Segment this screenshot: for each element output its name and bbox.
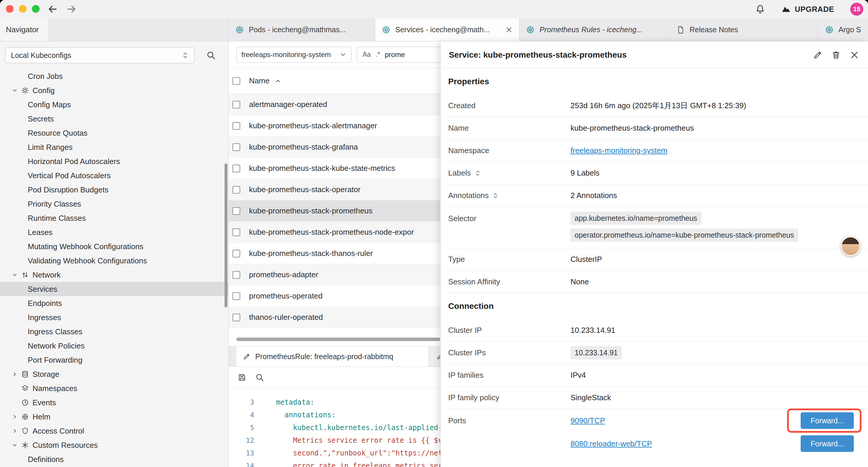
port-link[interactable]: 8080:reloader-web/TCP [570, 439, 652, 448]
port-link[interactable]: 9090/TCP [570, 416, 605, 425]
namespace-select[interactable]: freeleaps-monitoring-system [236, 47, 351, 63]
detail-label: Name [448, 123, 570, 133]
sidebar-item-helm[interactable]: Helm [0, 410, 228, 424]
window-close-button[interactable] [6, 5, 13, 13]
tab-label: Release Notes [689, 25, 812, 34]
tab-release-notes[interactable]: Release Notes [670, 18, 818, 41]
sidebar-item-label: Network Policies [28, 341, 85, 351]
detail-value: 2 Annotations [570, 191, 868, 200]
network-icon [21, 271, 29, 279]
search-icon[interactable] [206, 51, 216, 60]
sidebar-item-definitions[interactable]: Definitions [0, 452, 228, 466]
forward-icon[interactable] [66, 4, 77, 14]
sidebar-item-label: Ingress Classes [28, 327, 83, 337]
select-all-checkbox[interactable] [232, 77, 240, 85]
tab-label: Argo S [838, 25, 862, 34]
forward-button[interactable]: Forward... [801, 412, 854, 429]
row-checkbox[interactable] [232, 271, 240, 279]
sidebar-item-label: Helm [32, 412, 51, 421]
sidebar-item-config-maps[interactable]: Config Maps [0, 97, 228, 112]
service-name: kube-prometheus-stack-kube-state-metrics [249, 164, 395, 173]
sidebar-item-priority-classes[interactable]: Priority Classes [0, 197, 228, 211]
navigator-panel-tab[interactable]: Navigator [0, 18, 49, 41]
notification-count-badge[interactable]: 15 [850, 3, 863, 16]
detail-label: IP family policy [448, 393, 570, 402]
sidebar-item-limit-ranges[interactable]: Limit Ranges [0, 140, 228, 154]
sidebar-item-validating-webhook-configurations[interactable]: Validating Webhook Configurations [0, 254, 228, 268]
sidebar-item-network-policies[interactable]: Network Policies [0, 339, 228, 353]
match-case-toggle[interactable]: Aa [363, 51, 371, 59]
row-checkbox[interactable] [232, 207, 240, 215]
save-icon[interactable] [238, 373, 246, 382]
window-zoom-button[interactable] [32, 5, 39, 13]
sidebar-item-pod-disruption-budgets[interactable]: Pod Disruption Budgets [0, 183, 228, 197]
sidebar-item-secrets[interactable]: Secrets [0, 112, 228, 126]
detail-row-cluster-ips: Cluster IPs10.233.14.91 [448, 342, 868, 364]
sidebar-item-runtime-classes[interactable]: Runtime Classes [0, 211, 228, 225]
events-icon [21, 399, 29, 406]
sidebar-item-events[interactable]: Events [0, 396, 228, 410]
search-value: prome [385, 51, 405, 59]
column-header-name[interactable]: Name [249, 76, 270, 85]
sidebar-item-config[interactable]: Config [0, 83, 228, 97]
row-checkbox[interactable] [232, 143, 240, 151]
sidebar-item-mutating-webhook-configurations[interactable]: Mutating Webhook Configurations [0, 239, 228, 254]
sidebar-item-label: Resource Quotas [28, 128, 88, 138]
sort-ascending-icon[interactable] [275, 78, 281, 84]
row-checkbox[interactable] [232, 186, 240, 194]
sidebar-item-storage[interactable]: Storage [0, 367, 228, 381]
sidebar-item-services[interactable]: Services [0, 282, 228, 296]
window-minimize-button[interactable] [19, 5, 27, 13]
delete-icon[interactable] [831, 50, 841, 60]
sidebar-scrollbar[interactable] [224, 164, 227, 308]
tab-label: Prometheus Rules - icecheng... [539, 25, 663, 34]
kubeconfig-select[interactable]: Local Kubeconfigs [5, 47, 194, 63]
notifications-bell-icon[interactable] [755, 4, 765, 14]
row-checkbox[interactable] [232, 101, 240, 109]
detail-label: IP families [448, 371, 570, 380]
sidebar-item-resource-quotas[interactable]: Resource Quotas [0, 126, 228, 140]
detail-label: Annotations [448, 191, 570, 200]
sidebar-item-access-control[interactable]: Access Control [0, 424, 228, 438]
tab-services-icecheng-math[interactable]: Services - icecheng@math... [375, 18, 519, 41]
row-checkbox[interactable] [232, 165, 240, 172]
row-checkbox[interactable] [232, 250, 240, 258]
sidebar-item-ingress-classes[interactable]: Ingress Classes [0, 324, 228, 339]
upgrade-button[interactable]: UPGRADE [781, 4, 834, 14]
close-icon[interactable] [850, 50, 859, 60]
tab-pods-icecheng-mathmas[interactable]: Pods - icecheng@mathmas... [229, 18, 375, 41]
line-number: 12 [229, 437, 254, 444]
navigator-panel-title: Navigator [6, 25, 39, 34]
sidebar-item-namespaces[interactable]: Namespaces [0, 381, 228, 396]
dock-tab-prometheusrule[interactable]: PrometheusRule: freeleaps-prod-rabbitmq [236, 346, 429, 367]
kube-icon [382, 25, 391, 34]
tab-prometheus-rules-icecheng[interactable]: Prometheus Rules - icecheng... [519, 18, 670, 41]
edit-icon[interactable] [813, 50, 823, 60]
sidebar-item-network[interactable]: Network [0, 268, 228, 282]
row-checkbox[interactable] [232, 122, 240, 130]
horizontal-scrollbar[interactable] [236, 338, 440, 341]
tab-argo-s[interactable]: Argo S [818, 18, 868, 41]
row-checkbox[interactable] [232, 314, 240, 321]
detail-value: 9 Labels [570, 169, 868, 178]
forward-button[interactable]: Forward... [801, 435, 854, 452]
sidebar-item-custom-resources[interactable]: Custom Resources [0, 438, 228, 452]
detail-value: None [570, 277, 868, 286]
user-avatar[interactable] [841, 236, 860, 256]
tab-close-icon[interactable] [505, 26, 513, 33]
sidebar-item-label: Vertical Pod Autoscalers [28, 171, 111, 180]
namespace-link[interactable]: freeleaps-monitoring-system [570, 146, 668, 155]
sidebar-item-endpoints[interactable]: Endpoints [0, 296, 228, 310]
row-checkbox[interactable] [232, 229, 240, 236]
sidebar-item-cron-jobs[interactable]: Cron Jobs [0, 69, 228, 83]
back-icon[interactable] [47, 4, 58, 14]
row-checkbox[interactable] [232, 292, 240, 300]
editor-search-icon[interactable] [255, 373, 264, 382]
sidebar-item-label: Limit Ranges [28, 143, 73, 152]
regex-toggle[interactable]: .* [375, 51, 380, 59]
sidebar-item-port-forwarding[interactable]: Port Forwarding [0, 353, 228, 367]
sidebar-item-vertical-pod-autoscalers[interactable]: Vertical Pod Autoscalers [0, 169, 228, 183]
sidebar-item-ingresses[interactable]: Ingresses [0, 310, 228, 324]
sidebar-item-leases[interactable]: Leases [0, 225, 228, 239]
sidebar-item-horizontal-pod-autoscalers[interactable]: Horizontal Pod Autoscalers [0, 154, 228, 169]
